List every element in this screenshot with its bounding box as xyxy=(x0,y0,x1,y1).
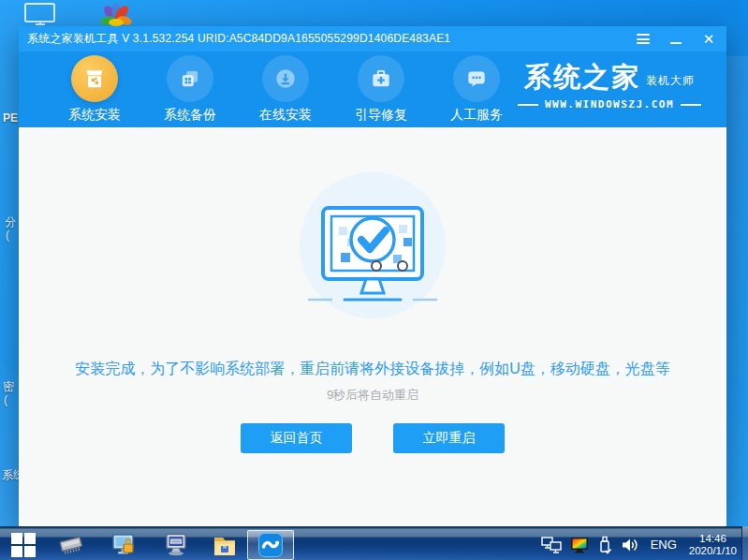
nav-item-label: 系统安装 xyxy=(68,107,121,124)
taskbar-app-file-explorer[interactable] xyxy=(202,529,247,560)
clock-date: 2020/1/10 xyxy=(689,545,737,556)
show-desktop-button[interactable] xyxy=(741,526,748,560)
display-settings-icon[interactable] xyxy=(570,537,589,553)
repair-kit-icon xyxy=(358,55,404,102)
return-home-button[interactable]: 返回首页 xyxy=(241,423,352,453)
brand-divider xyxy=(518,104,538,106)
nav-item-system-backup[interactable]: 系统备份 xyxy=(142,55,238,124)
desktop-icon-label-fragment: 分 xyxy=(5,216,16,228)
installer-window: 系统之家装机工具 V 3.1.532.254 URID:A5C84DD9A165… xyxy=(19,26,726,526)
nav-item-online-install[interactable]: 在线安装 xyxy=(238,55,333,124)
network-icon[interactable] xyxy=(541,537,562,553)
clock[interactable]: 14:46 2020/1/10 xyxy=(689,533,737,557)
usb-device-icon[interactable] xyxy=(597,536,612,554)
taskbar-app-memory-chip[interactable] xyxy=(45,529,97,560)
start-button[interactable] xyxy=(0,529,45,560)
brand-site-url: WWW.WINDOWSZJ.COM xyxy=(545,98,674,111)
taskbar-app-syshome-installer-active[interactable] xyxy=(247,530,294,560)
chat-service-icon xyxy=(453,55,500,102)
monitor-checkmark-illustration xyxy=(292,170,453,332)
memory-chip-icon xyxy=(57,533,85,557)
brand-tagline: 装机大师 xyxy=(646,73,695,89)
desktop-icon-label-fragment: ( xyxy=(6,229,9,242)
menu-icon[interactable] xyxy=(635,31,652,48)
monitor-lock-icon xyxy=(110,532,137,558)
folder-icon xyxy=(212,533,238,557)
brand-logo: 系统之家 装机大师 WWW.WINDOWSZJ.COM xyxy=(507,62,711,111)
nav-item-label: 系统备份 xyxy=(164,107,216,124)
minimize-icon[interactable] xyxy=(667,31,684,48)
nav-item-system-install[interactable]: 系统安装 xyxy=(47,55,142,124)
online-download-icon xyxy=(262,55,309,102)
system-tray: ENG 14:46 2020/1/10 xyxy=(541,529,737,560)
taskbar: ENG 14:46 2020/1/10 xyxy=(0,526,748,560)
install-box-icon xyxy=(71,55,118,102)
install-complete-message: 安装完成，为了不影响系统部署，重启前请将外接设备拔掉，例如U盘，移动硬盘，光盘等 xyxy=(75,360,670,379)
keyboard-monitor-icon xyxy=(163,532,189,558)
volume-icon[interactable] xyxy=(621,537,639,553)
window-title: 系统之家装机工具 V 3.1.532.254 URID:A5C84DD9A165… xyxy=(27,31,635,47)
nav-item-label: 在线安装 xyxy=(259,107,312,124)
main-content: 安装完成，为了不影响系统部署，重启前请将外接设备拔掉，例如U盘，移动硬盘，光盘等… xyxy=(19,127,726,526)
brand-divider xyxy=(681,104,701,106)
taskbar-app-keyboard-monitor[interactable] xyxy=(150,529,202,560)
nav-item-label: 引导修复 xyxy=(355,107,407,124)
action-buttons: 返回首页 立即重启 xyxy=(241,423,505,453)
taskbar-app-display-lock[interactable] xyxy=(97,529,150,560)
syshome-installer-icon xyxy=(257,532,284,558)
brand-name: 系统之家 xyxy=(524,62,640,92)
clock-time: 14:46 xyxy=(699,533,726,544)
desktop-icon-label-fragment: PE xyxy=(3,112,18,125)
windows-logo-icon xyxy=(10,532,36,557)
nav-item-boot-repair[interactable]: 引导修复 xyxy=(333,55,429,124)
close-icon[interactable]: ✕ xyxy=(700,31,717,48)
nav-item-label: 人工服务 xyxy=(450,107,503,124)
language-indicator[interactable]: ENG xyxy=(651,538,677,552)
window-titlebar[interactable]: 系统之家装机工具 V 3.1.532.254 URID:A5C84DD9A165… xyxy=(19,26,726,52)
nav-bar: 系统安装 系统备份 xyxy=(19,52,726,127)
monitor-outline-icon[interactable] xyxy=(22,2,58,27)
reboot-countdown-text: 9秒后将自动重启 xyxy=(327,387,418,404)
desktop-icon-label-fragment: ( xyxy=(4,394,7,406)
backup-copies-icon xyxy=(167,55,213,102)
restart-now-button[interactable]: 立即重启 xyxy=(393,423,505,453)
desktop-icon-label-fragment: 密 xyxy=(3,381,14,393)
